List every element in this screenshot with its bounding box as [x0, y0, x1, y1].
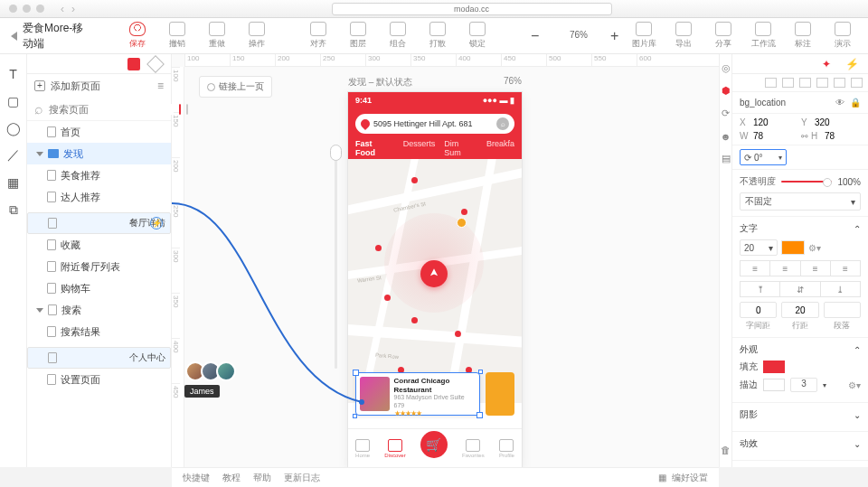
- add-page-row[interactable]: + 添加新页面 ≡: [27, 74, 171, 98]
- settings-icon[interactable]: ≡: [157, 80, 164, 92]
- lock-icon[interactable]: 🔒: [850, 98, 861, 108]
- align-center-icon[interactable]: [782, 78, 794, 88]
- page-row[interactable]: 首页: [27, 121, 171, 143]
- phone-mock[interactable]: 9:41 ●●● ▬ ▮ 5095 Hettinger Hill Apt. 68…: [348, 92, 522, 467]
- valign-b[interactable]: ⤓: [820, 281, 861, 297]
- layer-button[interactable]: 图层: [345, 22, 371, 50]
- page-row[interactable]: 购物车: [27, 277, 171, 299]
- cube-icon[interactable]: ⬢: [719, 84, 732, 98]
- page-row[interactable]: 达人推荐: [27, 186, 171, 208]
- save-button[interactable]: 保存: [125, 22, 150, 50]
- project-title[interactable]: 爱食More-移动端: [11, 21, 89, 52]
- page-search-input[interactable]: [49, 104, 174, 115]
- traffic-lights[interactable]: [9, 5, 44, 13]
- fill-swatch[interactable]: [763, 361, 785, 373]
- zoom-out[interactable]: −: [526, 30, 552, 42]
- link-prev-chip[interactable]: 链接上一页: [199, 76, 272, 98]
- undo-button[interactable]: 撤销: [165, 22, 190, 50]
- restaurant-card-selected[interactable]: Conrad Chicago Restaurant 963 Madyson Dr…: [355, 372, 480, 416]
- redo-button[interactable]: 重做: [204, 22, 230, 50]
- collapse-icon[interactable]: ⌃: [854, 345, 861, 355]
- line-spacing[interactable]: [781, 302, 818, 318]
- valign-m[interactable]: ⇵: [779, 281, 820, 297]
- share-button[interactable]: 分享: [711, 22, 736, 50]
- gear-icon[interactable]: ⚙▾: [848, 380, 861, 390]
- help-link[interactable]: 帮助: [253, 472, 271, 484]
- canvas[interactable]: 100150200250300350400450500550600 100150…: [172, 54, 719, 467]
- w-input[interactable]: [753, 131, 789, 141]
- edit-settings[interactable]: 编好设置: [672, 472, 708, 484]
- cart-fab[interactable]: 🛒: [420, 431, 448, 458]
- preview-button[interactable]: 演示: [830, 22, 855, 50]
- page-row[interactable]: 附近餐厅列表: [27, 256, 171, 277]
- address-pill[interactable]: 5095 Hettinger Hill Apt. 681 ⌕: [355, 114, 514, 134]
- page-row[interactable]: 美食推荐: [27, 164, 171, 186]
- cat-tab[interactable]: Dim Sum: [444, 139, 477, 161]
- pin-select[interactable]: 不固定▾: [740, 192, 861, 211]
- rotation-input[interactable]: ⟳0°▾: [740, 149, 787, 165]
- design-tab-icon[interactable]: ✦: [822, 58, 831, 70]
- align-j[interactable]: ≡: [830, 260, 861, 276]
- url-bar[interactable]: modao.cc: [332, 3, 612, 15]
- layers-tab-icon[interactable]: [146, 55, 165, 73]
- x-input[interactable]: [753, 117, 789, 127]
- gear-icon[interactable]: ⚙▾: [808, 243, 821, 253]
- page-row[interactable]: 个人中心: [27, 347, 171, 369]
- opacity-slider[interactable]: [781, 181, 832, 183]
- tab-home[interactable]: Home: [355, 439, 370, 458]
- align-bottom-icon[interactable]: [851, 78, 863, 88]
- export-button[interactable]: 导出: [671, 22, 696, 50]
- lock-button[interactable]: 锁定: [465, 22, 490, 50]
- category-tabs[interactable]: Fast Food Desserts Dim Sum Breakfa: [348, 139, 522, 159]
- image-lib-button[interactable]: 图片库: [631, 22, 656, 50]
- target-icon[interactable]: ◎: [719, 61, 732, 75]
- layer-name[interactable]: bg_location: [740, 98, 830, 108]
- align-c[interactable]: ≡: [769, 260, 800, 276]
- page-row[interactable]: 搜索结果: [27, 321, 171, 342]
- tab-discover[interactable]: Discover: [384, 439, 405, 458]
- stroke-swatch[interactable]: [763, 379, 785, 391]
- tutorial-link[interactable]: 教程: [222, 472, 241, 484]
- cat-tab[interactable]: Breakfa: [486, 139, 514, 152]
- align-right-icon[interactable]: [799, 78, 811, 88]
- align-r[interactable]: ≡: [800, 260, 831, 276]
- page-row[interactable]: 发现: [27, 143, 171, 164]
- zoom-level[interactable]: 76%: [566, 30, 591, 40]
- annotate-button[interactable]: 标注: [790, 22, 816, 50]
- cat-tab[interactable]: Desserts: [403, 139, 436, 152]
- page-row[interactable]: 餐厅详情⚡: [27, 212, 171, 234]
- sync-icon[interactable]: ⟳: [719, 107, 732, 120]
- workflow-button[interactable]: 工作流: [750, 22, 776, 50]
- rect-tool[interactable]: ▢: [6, 94, 21, 108]
- char-spacing[interactable]: [740, 302, 777, 318]
- trash-icon[interactable]: 🗑: [719, 443, 732, 456]
- font-size-input[interactable]: 20▾: [740, 239, 778, 256]
- image-tool[interactable]: ▦: [6, 175, 21, 190]
- scroll-thumb[interactable]: [330, 145, 342, 161]
- page-row[interactable]: 收藏: [27, 234, 171, 256]
- h-input[interactable]: [825, 131, 861, 141]
- collapse-icon[interactable]: ⌃: [854, 224, 861, 234]
- y-input[interactable]: [815, 117, 851, 127]
- ungroup-button[interactable]: 打散: [425, 22, 450, 50]
- visibility-icon[interactable]: 👁: [835, 98, 844, 108]
- para-spacing[interactable]: [824, 302, 861, 318]
- link-icon[interactable]: ⚯: [801, 132, 808, 141]
- text-color-swatch[interactable]: [781, 240, 805, 255]
- pages-tab-icon[interactable]: [127, 58, 140, 70]
- grid-view-icon[interactable]: [186, 104, 188, 115]
- stroke-width[interactable]: 3: [790, 378, 817, 392]
- nav-arrows[interactable]: ‹›: [61, 3, 75, 15]
- group-button[interactable]: 组合: [385, 22, 410, 50]
- changelog-link[interactable]: 更新日志: [284, 472, 320, 484]
- zoom-in[interactable]: +: [606, 30, 631, 42]
- oval-tool[interactable]: ◯: [6, 121, 21, 136]
- page-row[interactable]: 搜索: [27, 299, 171, 321]
- interact-tab-icon[interactable]: ⚡: [845, 58, 859, 70]
- fx-header[interactable]: 动效: [740, 437, 758, 450]
- component-tool[interactable]: ⧉: [6, 202, 21, 217]
- valign-t[interactable]: ⤒: [740, 281, 780, 297]
- align-left-icon[interactable]: [765, 78, 777, 88]
- face-icon[interactable]: ☻: [719, 129, 732, 143]
- shortcuts-link[interactable]: 快捷键: [183, 472, 210, 484]
